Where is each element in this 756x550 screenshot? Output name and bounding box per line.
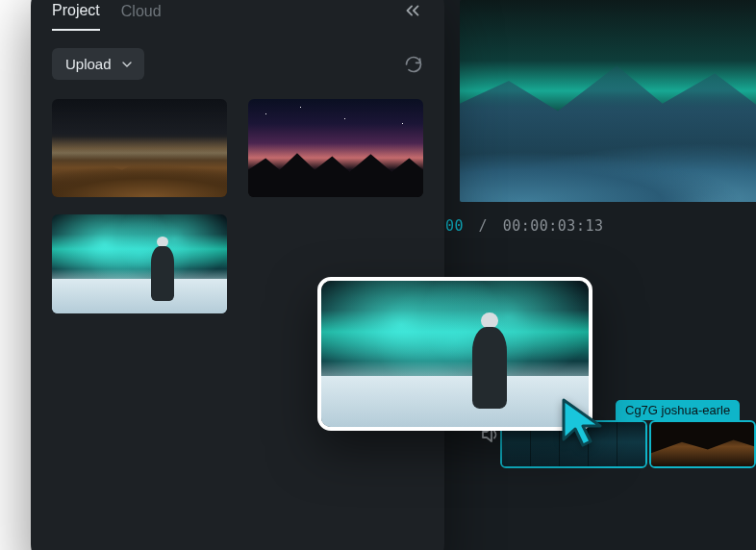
media-thumb[interactable]: [248, 99, 423, 197]
media-thumb[interactable]: [52, 99, 227, 197]
timeline-clip[interactable]: [649, 420, 756, 468]
dragging-thumbnail[interactable]: [317, 277, 592, 431]
time-readout: 00 / 00:00:03:13: [445, 217, 604, 235]
upload-label: Upload: [65, 56, 112, 72]
collapse-panel-button[interactable]: [402, 0, 423, 21]
refresh-button[interactable]: [404, 55, 423, 74]
upload-button[interactable]: Upload: [52, 48, 144, 80]
cursor-icon: [560, 397, 608, 451]
playhead-time-tail: 00: [445, 217, 464, 235]
preview-video[interactable]: [460, 0, 756, 202]
total-duration: 00:00:03:13: [503, 217, 604, 235]
tab-project[interactable]: Project: [52, 0, 100, 31]
chevron-down-icon: [119, 57, 135, 72]
media-panel: Project Cloud Upload: [31, 0, 444, 550]
tab-cloud[interactable]: Cloud: [121, 0, 162, 30]
clip-label: Cg7G joshua-earle: [616, 400, 740, 420]
media-thumb[interactable]: [52, 214, 227, 312]
time-separator: /: [479, 217, 489, 235]
